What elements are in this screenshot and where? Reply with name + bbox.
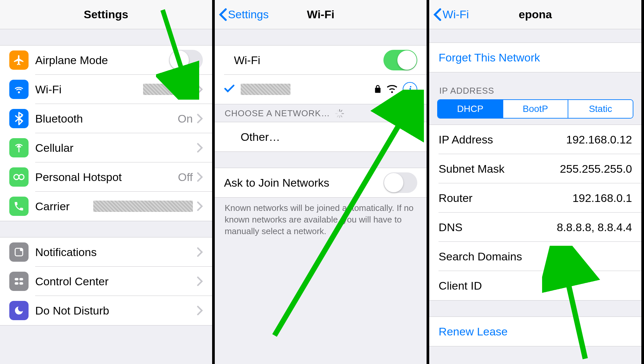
info-button[interactable]: i (403, 82, 417, 97)
wifi-toggle[interactable] (383, 50, 417, 70)
carrier-redacted (93, 201, 193, 212)
airplane-toggle[interactable] (169, 50, 203, 70)
lock-icon (374, 83, 381, 96)
svg-line-16 (337, 110, 338, 112)
ip-details-group: IP Address 192.168.0.12 Subnet Mask 255.… (429, 125, 641, 301)
row-label: Personal Hotspot (35, 171, 122, 184)
row-value: 8.8.8.8, 8.8.4.4 (557, 221, 632, 234)
row-label: Airplane Mode (35, 54, 108, 67)
row-carrier[interactable]: Carrier (0, 192, 212, 221)
row-cellular[interactable]: Cellular (0, 133, 212, 162)
renew-group: Renew Lease (429, 317, 641, 346)
renew-lease-button[interactable]: Renew Lease (429, 317, 641, 346)
navbar: Wi-Fi epona (429, 0, 641, 29)
row-ask-to-join[interactable]: Ask to Join Networks (215, 168, 427, 197)
row-wifi-toggle[interactable]: Wi-Fi (215, 46, 427, 75)
checkmark-icon (224, 83, 235, 96)
network-name-redacted (241, 84, 290, 95)
wifi-strength-icon (387, 83, 397, 96)
row-client-id[interactable]: Client ID (429, 271, 641, 300)
chevron-right-icon (197, 172, 203, 182)
chevron-right-icon (197, 143, 203, 153)
moon-icon (9, 301, 29, 320)
row-do-not-disturb[interactable]: Do Not Disturb (0, 296, 212, 325)
row-connected-network[interactable]: i (215, 75, 427, 104)
svg-rect-6 (15, 282, 18, 285)
row-control-center[interactable]: Control Center (0, 267, 212, 296)
row-label: Notifications (35, 246, 97, 259)
row-label: Forget This Network (439, 51, 540, 64)
ip-address-header: IP ADDRESS (429, 72, 641, 99)
back-label: Settings (228, 8, 269, 21)
page-title: Settings (84, 8, 128, 21)
svg-line-14 (337, 116, 338, 117)
wifi-toggle-group: Wi-Fi i (215, 45, 427, 104)
row-value: On (178, 112, 193, 125)
row-value: Off (178, 171, 193, 184)
row-airplane-mode[interactable]: Airplane Mode (0, 46, 212, 75)
forget-network-button[interactable]: Forget This Network (429, 43, 641, 72)
forget-group: Forget This Network (429, 43, 641, 72)
bluetooth-icon (9, 109, 29, 128)
content: Airplane Mode Wi-Fi (0, 29, 212, 364)
row-search-domains[interactable]: Search Domains (429, 242, 641, 271)
row-ip-address[interactable]: IP Address 192.168.0.12 (429, 125, 641, 154)
svg-rect-5 (19, 278, 23, 280)
svg-line-10 (341, 110, 342, 112)
navbar: Settings Wi-Fi (215, 0, 427, 29)
row-label: Wi-Fi (35, 83, 61, 96)
back-label: Wi-Fi (443, 8, 469, 21)
ask-toggle[interactable] (383, 172, 417, 193)
spinner-icon (335, 109, 345, 119)
svg-rect-4 (15, 278, 18, 280)
row-bluetooth[interactable]: Bluetooth On (0, 104, 212, 133)
row-wifi[interactable]: Wi-Fi (0, 75, 212, 104)
choose-network-header: CHOOSE A NETWORK… (215, 104, 427, 122)
row-label: Wi-Fi (234, 54, 260, 67)
row-subnet-mask[interactable]: Subnet Mask 255.255.255.0 (429, 154, 641, 183)
segment-dhcp[interactable]: DHCP (438, 100, 502, 118)
row-value: 192.168.0.1 (572, 192, 632, 205)
wifi-panel: Settings Wi-Fi Wi-Fi (215, 0, 430, 364)
footer-note: Known networks will be joined automatica… (215, 198, 427, 242)
svg-line-12 (341, 116, 342, 117)
row-label: Control Center (35, 275, 109, 288)
wifi-name-redacted (143, 84, 193, 95)
ip-mode-segmented[interactable]: DHCP BootP Static (437, 99, 633, 119)
page-title: epona (519, 8, 552, 21)
row-label: Cellular (35, 141, 73, 154)
wifi-icon (9, 80, 29, 99)
chevron-right-icon (197, 276, 203, 286)
phone-icon (9, 197, 29, 216)
ask-join-group: Ask to Join Networks (215, 168, 427, 198)
svg-point-1 (19, 174, 24, 179)
row-dns[interactable]: DNS 8.8.8.8, 8.8.4.4 (429, 213, 641, 242)
svg-point-3 (20, 248, 23, 251)
row-other-network[interactable]: Other… (215, 122, 427, 151)
row-label: Bluetooth (35, 112, 83, 125)
segment-static[interactable]: Static (568, 100, 633, 118)
row-label: Client ID (439, 279, 482, 292)
network-detail-panel: Wi-Fi epona Forget This Network IP ADDRE… (429, 0, 644, 364)
svg-rect-7 (19, 282, 23, 285)
other-networks-group: Other… (215, 122, 427, 152)
row-label: Do Not Disturb (35, 304, 109, 317)
row-label: Router (439, 192, 472, 205)
row-label: Other… (241, 131, 280, 143)
settings-group-system: Notifications Control Center Do Not Dist… (0, 237, 212, 325)
notifications-icon (9, 242, 29, 262)
cellular-icon (9, 138, 29, 157)
chevron-right-icon (197, 201, 203, 211)
row-label: IP Address (439, 133, 493, 146)
row-hotspot[interactable]: Personal Hotspot Off (0, 162, 212, 192)
row-label: Search Domains (439, 250, 522, 263)
chevron-right-icon (197, 84, 203, 94)
segment-bootp[interactable]: BootP (503, 100, 568, 118)
chevron-right-icon (197, 306, 203, 316)
back-button[interactable]: Wi-Fi (433, 8, 469, 21)
hotspot-icon (9, 167, 29, 187)
back-button[interactable]: Settings (219, 8, 269, 21)
settings-group-connectivity: Airplane Mode Wi-Fi (0, 45, 212, 221)
row-router[interactable]: Router 192.168.0.1 (429, 183, 641, 213)
row-notifications[interactable]: Notifications (0, 237, 212, 267)
